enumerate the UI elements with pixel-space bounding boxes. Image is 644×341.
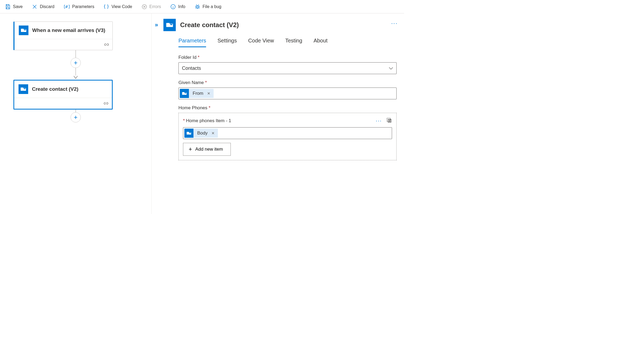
tab-settings[interactable]: Settings bbox=[217, 38, 237, 47]
action-title: Create contact (V2) bbox=[32, 86, 78, 93]
given-name-input[interactable]: From ✕ bbox=[178, 88, 397, 99]
file-bug-button[interactable]: File a bug bbox=[192, 2, 224, 11]
errors-button[interactable]: Errors bbox=[139, 2, 163, 11]
action-card[interactable]: Create contact (V2) bbox=[13, 80, 113, 110]
token-remove-icon[interactable]: ✕ bbox=[211, 131, 218, 135]
given-name-label: Given Name * bbox=[178, 80, 397, 85]
chevron-down-icon bbox=[389, 66, 393, 71]
svg-rect-7 bbox=[182, 92, 184, 95]
folder-id-label: Folder Id * bbox=[178, 55, 397, 60]
tab-code-view[interactable]: Code View bbox=[248, 38, 274, 47]
plus-icon: + bbox=[189, 146, 192, 153]
svg-rect-6 bbox=[166, 23, 170, 27]
discard-button[interactable]: Discard bbox=[30, 2, 56, 11]
details-panel: » Create contact (V2) ··· Parameters Set… bbox=[152, 13, 404, 214]
save-icon bbox=[5, 4, 11, 10]
folder-id-value: Contacts bbox=[182, 66, 201, 71]
outlook-icon bbox=[184, 129, 193, 138]
parameters-form: Folder Id * Contacts Given Name * From ✕ bbox=[155, 55, 397, 160]
parameters-icon bbox=[64, 4, 70, 10]
tab-testing[interactable]: Testing bbox=[285, 38, 302, 47]
add-new-item-button[interactable]: + Add new item bbox=[183, 143, 231, 156]
info-icon bbox=[170, 4, 176, 10]
folder-id-select[interactable]: Contacts bbox=[178, 62, 397, 74]
outlook-icon bbox=[180, 89, 189, 98]
item-more-icon[interactable]: ··· bbox=[376, 118, 382, 124]
svg-rect-4 bbox=[21, 29, 24, 32]
braces-icon bbox=[103, 4, 109, 10]
panel-title: Create contact (V2) bbox=[180, 21, 239, 29]
trigger-title: When a new email arrives (V3) bbox=[32, 27, 105, 34]
toolbar: Save Discard Parameters View Code Errors… bbox=[0, 0, 404, 13]
arrowhead-icon bbox=[74, 75, 78, 80]
home-phones-array: * Home phones Item - 1 ··· Body bbox=[178, 113, 397, 160]
tab-about[interactable]: About bbox=[313, 38, 327, 47]
home-phones-label: Home Phones * bbox=[178, 105, 397, 111]
bug-icon bbox=[195, 4, 200, 10]
collapse-panel-icon[interactable]: » bbox=[155, 21, 159, 28]
outlook-icon bbox=[163, 19, 176, 31]
home-phones-item-label: * Home phones Item - 1 bbox=[183, 118, 231, 124]
svg-rect-5 bbox=[21, 88, 23, 91]
x-icon bbox=[32, 4, 38, 10]
add-step-button-1[interactable]: + bbox=[71, 58, 81, 68]
outlook-icon bbox=[19, 84, 28, 94]
svg-rect-9 bbox=[187, 132, 189, 135]
save-button[interactable]: Save bbox=[3, 2, 25, 11]
link-icon bbox=[104, 42, 109, 47]
connector-1: + bbox=[13, 50, 138, 80]
info-button[interactable]: Info bbox=[168, 2, 188, 11]
svg-rect-8 bbox=[387, 118, 390, 122]
panel-more-icon[interactable]: ··· bbox=[391, 20, 398, 27]
home-phones-item-input[interactable]: Body ✕ bbox=[183, 127, 392, 139]
error-icon bbox=[141, 4, 147, 10]
panel-tabs: Parameters Settings Code View Testing Ab… bbox=[155, 38, 397, 47]
outlook-icon bbox=[19, 26, 28, 35]
link-icon bbox=[103, 101, 109, 106]
switch-mode-icon[interactable] bbox=[386, 117, 392, 124]
token-from[interactable]: From ✕ bbox=[180, 89, 214, 98]
tab-parameters[interactable]: Parameters bbox=[178, 38, 206, 47]
connector-2: + bbox=[13, 110, 138, 122]
view-code-button[interactable]: View Code bbox=[101, 2, 134, 11]
token-remove-icon[interactable]: ✕ bbox=[207, 91, 214, 96]
parameters-button[interactable]: Parameters bbox=[61, 2, 97, 11]
add-step-button-2[interactable]: + bbox=[71, 112, 81, 122]
designer-canvas: When a new email arrives (V3) + Create c… bbox=[0, 13, 152, 214]
trigger-card[interactable]: When a new email arrives (V3) bbox=[13, 21, 113, 50]
token-body[interactable]: Body ✕ bbox=[184, 129, 218, 138]
main-area: When a new email arrives (V3) + Create c… bbox=[0, 13, 404, 214]
